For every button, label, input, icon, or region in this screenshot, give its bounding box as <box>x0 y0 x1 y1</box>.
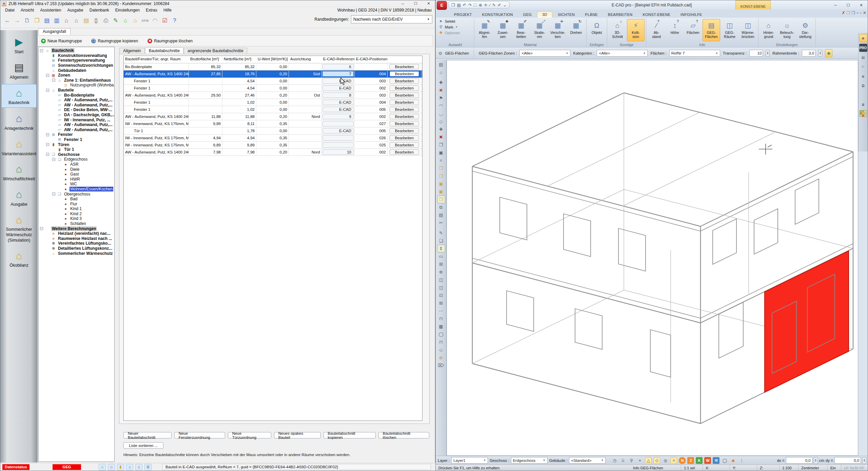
link-icon[interactable]: ⊡ <box>437 291 445 299</box>
ecad-ref-field[interactable] <box>322 121 354 126</box>
windows-icon[interactable]: ❒ <box>851 11 855 15</box>
toolbar-icon[interactable]: KFW <box>141 16 150 25</box>
col-nettoflaeche[interactable]: Nettofläche [m²] <box>222 56 256 63</box>
snap-icon[interactable]: ✛ <box>484 3 488 7</box>
tree-item[interactable]: − ● ASR <box>39 162 114 167</box>
table-row[interactable]: Fenster 1 1,02 0,00 E-CAD 004 Bearbeiten <box>124 99 422 106</box>
arc2-icon[interactable]: ◡ <box>437 110 445 118</box>
node-rect-icon[interactable]: ⊞ <box>437 260 445 268</box>
tree-item[interactable]: − ▱ AW - Außenwand, Putz,... <box>39 98 114 103</box>
pin-icon[interactable]: ⌖ <box>636 457 643 464</box>
maximize-button[interactable]: ☐ <box>409 0 422 7</box>
randbedingungen-select[interactable]: Nachweis nach GEG/EnEV ▼ <box>351 15 432 23</box>
fill2-icon[interactable]: ❒ <box>437 172 445 180</box>
toolbar-icon[interactable]: ▯ <box>92 16 100 25</box>
tree-item[interactable]: − ▮ Türen <box>39 142 114 147</box>
abgreifen-button[interactable]: ▦ ✎ Abgrei- fen <box>476 19 493 41</box>
ribbon-tab[interactable]: KONSTRUKTION <box>477 12 518 18</box>
bearbeiten-button[interactable]: ▦ ✐ Bear- beiten <box>512 19 530 41</box>
col-uwert[interactable]: U-Wert [W/(m²K)] <box>256 56 289 63</box>
darstellung-button[interactable]: ⚙ Dar- stellung <box>796 19 814 41</box>
detail-tab[interactable]: Allgemein <box>119 48 145 54</box>
bautechnik-icon[interactable]: ⌂ Bautechnik <box>1 84 37 108</box>
ribbon-tab[interactable]: PLÄNE <box>580 12 603 18</box>
expander-icon[interactable]: − <box>52 192 55 196</box>
bearbeiten-button[interactable]: Bearbeiten <box>390 100 419 105</box>
camera-icon[interactable]: ▭ <box>437 252 445 260</box>
u-icon[interactable]: ⊞ <box>713 457 719 464</box>
menu-item[interactable]: Ausgabe <box>64 7 86 13</box>
frame-select-icon[interactable]: ▣ <box>437 149 445 157</box>
toolbar-icon[interactable]: ⌂ <box>121 16 130 25</box>
tree-item[interactable]: − ◷ Nutzungsprofil (Wohnba... <box>39 83 114 88</box>
dx-stepper[interactable]: ▲▼ <box>814 457 818 464</box>
toolbar-icon[interactable]: ▥ <box>52 16 61 25</box>
rhomb-icon[interactable]: ◇ <box>437 118 445 125</box>
zoom-icon[interactable]: ⊕ <box>478 3 483 7</box>
beleuchtung-button[interactable]: ☼ Beleuch- tung <box>778 19 796 41</box>
add2-icon[interactable]: ✚ <box>437 125 445 133</box>
angle-snap-icon[interactable]: △ <box>645 457 652 464</box>
ausgabe-icon[interactable]: ⌂ Ausgabe <box>1 186 37 209</box>
tree-item[interactable]: − ⊞ Fenstertypenverwaltung <box>39 58 114 63</box>
pen1-icon[interactable]: ✎ <box>492 3 496 7</box>
context-tab-header[interactable]: KONST-EBENE <box>735 0 771 9</box>
screen-icon[interactable]: ⌸ <box>619 457 626 464</box>
toolbar-icon[interactable]: ▤ <box>82 16 91 25</box>
open-icon[interactable]: ❐ <box>451 3 456 7</box>
col-ecad-positionsnr[interactable]: E-CAD-Positionsnr. <box>355 56 388 63</box>
ribbon-tab[interactable]: INFO/HILFE <box>676 12 707 18</box>
osnap-icon[interactable]: ◇ <box>653 457 660 464</box>
liste-sortieren-button[interactable]: Liste sortieren ... <box>123 442 163 449</box>
fill1-icon[interactable]: ❒ <box>437 164 445 172</box>
toolbar-icon[interactable]: ❒ <box>33 16 41 25</box>
minimize-button[interactable]: ─ <box>829 2 842 8</box>
ribbon-tab[interactable]: 3D <box>537 11 552 18</box>
mdi-minimize-icon[interactable]: – <box>856 11 859 15</box>
menu-item[interactable]: Datenbank <box>87 7 112 13</box>
col-ausrichtung[interactable]: Ausrichtung <box>289 56 322 63</box>
bearbeiten-button[interactable]: Bearbeiten <box>390 78 419 84</box>
gebaeude-select[interactable]: <Standard>▼ <box>569 457 606 464</box>
toolbar-icon[interactable]: → <box>13 16 22 25</box>
copy-icon[interactable]: ❒ <box>846 11 850 15</box>
render-icon[interactable]: ❀ <box>825 49 832 57</box>
tree-item[interactable]: − ⊞ Fenster 1 <box>39 137 114 142</box>
bearbeiten-button[interactable]: Bearbeiten <box>390 85 419 91</box>
table-row[interactable]: Fenster 1 4,54 0,00 E-CAD 003 Bearbeiten <box>124 78 422 85</box>
expander-icon[interactable]: − <box>46 89 49 92</box>
geg-flaechen-button[interactable]: ▤ GEG- Flächen <box>703 19 720 41</box>
toolbar-icon[interactable]: 🗋 <box>23 16 32 25</box>
menu-item[interactable]: Datei <box>2 7 17 13</box>
bearbeiten-button[interactable]: Bearbeiten <box>390 107 419 112</box>
w-icon[interactable]: W <box>704 457 711 464</box>
title-bar[interactable]: H ZUB Helena® Ultra v7.153 (Updates mögl… <box>0 0 435 7</box>
bearbeiten-button[interactable]: Bearbeiten <box>390 71 419 77</box>
app-menu-button[interactable]: E <box>437 1 447 10</box>
delete2-icon[interactable]: ✖ <box>437 133 445 141</box>
bearbeiten-button[interactable]: Bearbeiten <box>390 128 419 134</box>
bearbeiten-button[interactable]: Bearbeiten <box>390 64 419 69</box>
bearbeiten-button[interactable]: Bearbeiten <box>390 135 419 141</box>
tree-item[interactable]: − ● Wohnen/Essen/Kochen <box>39 187 114 192</box>
bearbeiten-button[interactable]: Bearbeiten <box>390 142 419 148</box>
allgemein-icon[interactable]: ▤ Allgemein <box>1 59 37 82</box>
dots-icon[interactable]: ⋯ <box>437 307 445 315</box>
flaechen-select[interactable]: RefNr 7▼ <box>669 50 720 57</box>
raumgruppe-kopieren-button[interactable]: ❐ Raumgruppe kopieren <box>89 37 140 45</box>
transparenz-input[interactable]: 10 <box>749 50 763 57</box>
detail-tab[interactable]: Bauteilabschnitte <box>145 47 183 54</box>
toolbar-icon[interactable]: ⌂ <box>72 16 81 25</box>
area-doc-icon[interactable]: ▤ <box>437 61 445 68</box>
skalieren-button[interactable]: ▦ ⤢ Skalie- ren <box>531 19 548 41</box>
expander-icon[interactable]: − <box>40 49 43 52</box>
tree-item[interactable]: − ● Flur <box>39 201 114 206</box>
start-icon[interactable]: ▶ Start <box>1 34 37 57</box>
tree-item[interactable]: − ● Kind 1 <box>39 206 114 211</box>
height-tool-icon[interactable]: ⇕ <box>437 245 445 252</box>
glasses2-icon[interactable]: ◫ <box>437 284 445 291</box>
sommerlicher-waermeschutz-icon[interactable]: ⌂ Sommerlicher Wärmeschutz (Simulation) <box>1 211 37 245</box>
expander-icon[interactable]: − <box>46 74 49 77</box>
ribbon-tab[interactable]: PROJEKT <box>449 12 477 18</box>
table-row[interactable]: AW - Außenwand, Putz, KS 1400 240... 7,9… <box>124 149 422 156</box>
